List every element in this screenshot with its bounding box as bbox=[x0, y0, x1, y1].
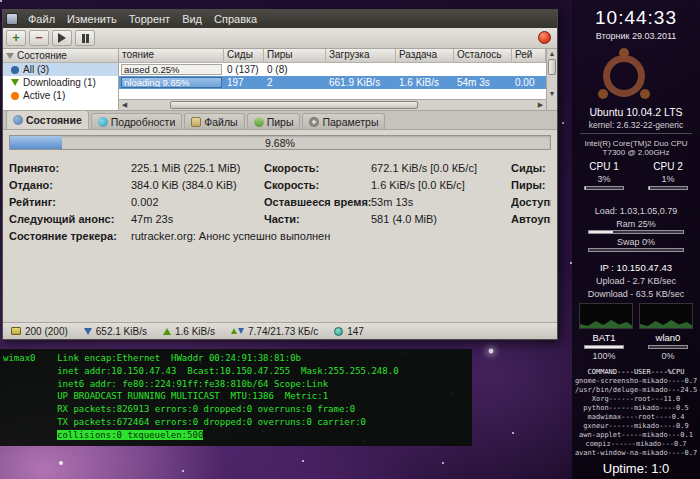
pause-icon bbox=[82, 34, 89, 43]
scroll-up-icon[interactable]: ▲ bbox=[547, 49, 557, 59]
list-area: Состояние All (3) Downloading (1) Active… bbox=[3, 49, 557, 111]
tab-label: Параметры bbox=[322, 116, 378, 128]
upload-speed-value: 1.6 KiB/s bbox=[175, 326, 215, 337]
pieces-label: Части: bbox=[264, 213, 371, 225]
availability-label: Доступно bbox=[511, 196, 551, 208]
process-row: Xorg------root---11.0 bbox=[572, 395, 700, 404]
cpu1-bar bbox=[584, 186, 624, 190]
pie-chart-icon bbox=[13, 115, 23, 125]
terminal-line: collisions:0 txqueuelen:500 bbox=[3, 429, 472, 442]
eta-value: 53m 13s bbox=[371, 196, 511, 208]
column-header-eta[interactable]: Осталось bbox=[454, 49, 512, 63]
os-version: Ubuntu 10.04.2 LTS bbox=[572, 106, 700, 118]
resume-button[interactable] bbox=[52, 30, 72, 46]
add-torrent-button[interactable]: + bbox=[6, 30, 26, 46]
tab-options[interactable]: Параметры bbox=[302, 113, 385, 129]
column-header-ratio[interactable]: Рей bbox=[512, 49, 546, 63]
terminal-selected-text: collisions:0 txqueuelen:500 bbox=[57, 430, 203, 440]
ratio-value: 0.002 bbox=[131, 196, 264, 208]
terminal-line: inet6 addr: fe80::224:91ff:fe38:810b/64 … bbox=[3, 378, 472, 391]
filter-sidebar: Состояние All (3) Downloading (1) Active… bbox=[3, 49, 119, 110]
torrent-progress-bar: 9.68% bbox=[9, 135, 551, 150]
upload-rate: Upload - 2.7 KB/sec bbox=[572, 276, 700, 286]
terminal-line: RX packets:826913 errors:0 dropped:0 ove… bbox=[3, 403, 472, 416]
state-progress-cell: nloading 9.65% bbox=[121, 77, 222, 88]
tab-files[interactable]: Файлы bbox=[184, 113, 244, 129]
status-row: Состояние трекера: rutracker.org: Анонс … bbox=[9, 227, 551, 244]
process-list-header: COMMAND----USER----%CPU bbox=[572, 368, 700, 376]
tab-label: Подробности bbox=[111, 116, 176, 128]
load-average: Load: 1.03,1.05,0.79 bbox=[572, 206, 700, 216]
vertical-scrollbar[interactable]: ▲ ▼ bbox=[546, 49, 557, 99]
all-filter-icon bbox=[11, 66, 19, 74]
upload-cell: 1.6 KiB/s bbox=[396, 77, 454, 88]
tab-peers[interactable]: Пиры bbox=[247, 113, 301, 129]
process-row: python------mikado----0.5 bbox=[572, 404, 700, 413]
menu-help[interactable]: Справка bbox=[208, 12, 263, 26]
star-field bbox=[0, 0, 2, 2]
torrent-table: тояние Сиды Пиры Загрузка Раздача Остало… bbox=[119, 49, 557, 110]
eta-label: Оставшееся время: bbox=[264, 196, 371, 208]
tab-status[interactable]: Состояние bbox=[6, 110, 89, 129]
column-header-seeds[interactable]: Сиды bbox=[224, 49, 264, 63]
seeds-cell: 197 bbox=[224, 77, 264, 88]
scrollbar-corner bbox=[546, 99, 557, 110]
column-header-state[interactable]: тояние bbox=[119, 49, 224, 63]
sidebar-item-active[interactable]: Active (1) bbox=[3, 89, 118, 102]
cpu-model: T7300 @ 2.00GHz bbox=[572, 148, 700, 157]
cpu-model: Intel(R) Core(TM)2 Duo CPU bbox=[572, 139, 700, 148]
scroll-right-icon[interactable]: ▶ bbox=[535, 101, 546, 109]
upload-arrow-icon bbox=[163, 328, 171, 335]
tab-label: Состояние bbox=[26, 114, 82, 126]
sidebar-header-label: Состояние bbox=[17, 50, 67, 61]
ram-usage: Ram 25% bbox=[572, 219, 700, 229]
filter-icon bbox=[6, 53, 14, 59]
menu-edit[interactable]: Изменить bbox=[61, 12, 123, 26]
tab-details[interactable]: Подробности bbox=[91, 113, 183, 129]
sidebar-item-label: Active (1) bbox=[23, 90, 65, 101]
menu-view[interactable]: Вид bbox=[176, 12, 208, 26]
column-header-peers[interactable]: Пиры bbox=[264, 49, 326, 63]
statusbar-traffic[interactable]: 7.74/21.73 КБ/с bbox=[231, 326, 318, 337]
scroll-down-icon[interactable]: ▼ bbox=[547, 89, 557, 99]
vertical-scrollbar-thumb[interactable] bbox=[548, 59, 556, 75]
wlan-percent: 0% bbox=[636, 351, 700, 361]
statusbar-connections[interactable]: 200 (200) bbox=[11, 326, 68, 337]
torrent-row-selected[interactable]: nloading 9.65% 197 2 661.9 KiB/s 1.6 KiB… bbox=[119, 76, 546, 89]
statusbar-upload-speed[interactable]: 1.6 KiB/s bbox=[163, 326, 215, 337]
process-list: gnome-screensho-mikado----0.7 /usr/bin/d… bbox=[572, 377, 700, 458]
active-filter-icon bbox=[11, 92, 19, 100]
sidebar-header: Состояние bbox=[3, 49, 118, 63]
statusbar-download-speed[interactable]: 652.1 KiB/s bbox=[84, 326, 147, 337]
remove-torrent-button[interactable]: − bbox=[29, 30, 49, 46]
horizontal-scrollbar-thumb[interactable] bbox=[170, 101, 418, 109]
status-row: Следующий анонс: 47m 23s Части: 581 (4.0… bbox=[9, 210, 551, 227]
horizontal-scrollbar[interactable]: ◀ ▶ bbox=[119, 99, 546, 110]
progress-percent-label: 9.68% bbox=[10, 136, 550, 149]
menu-file[interactable]: Файл bbox=[22, 12, 61, 26]
column-header-upload[interactable]: Раздача bbox=[396, 49, 454, 63]
status-row: Принято: 225.1 MiB (225.1 MiB) Скорость:… bbox=[9, 159, 551, 176]
cpu2-percent: 1% bbox=[636, 174, 700, 184]
upload-graph bbox=[639, 303, 693, 329]
terminal-window[interactable]: wimax0 Link encap:Ethernet HWaddr 00:24:… bbox=[0, 349, 472, 446]
sidebar-item-all[interactable]: All (3) bbox=[3, 63, 118, 76]
menu-torrent[interactable]: Торрент bbox=[123, 12, 176, 26]
connection-indicator-button[interactable] bbox=[538, 31, 551, 44]
wlan-bar bbox=[648, 345, 688, 349]
terminal-line: UP BROADCAST RUNNING MULTICAST MTU:1386 … bbox=[3, 390, 472, 403]
battery-label: BAT1 bbox=[572, 332, 636, 343]
torrent-row[interactable]: aused 0.25% 0 (137) 0 (8) bbox=[119, 63, 546, 76]
next-announce-label: Следующий анонс: bbox=[9, 213, 131, 225]
swap-bar bbox=[572, 248, 700, 252]
statusbar-dht[interactable]: 147 bbox=[334, 326, 364, 337]
tracker-status-value: rutracker.org: Анонс успешно выполнен bbox=[131, 230, 551, 242]
eta-cell: 54m 3s bbox=[454, 77, 512, 88]
sidebar-item-downloading[interactable]: Downloading (1) bbox=[3, 76, 118, 89]
sidebar-item-label: All (3) bbox=[23, 64, 49, 75]
uploaded-label: Отдано: bbox=[9, 179, 131, 191]
pause-button[interactable] bbox=[75, 30, 95, 46]
process-row: gnome-screensho-mikado----0.7 bbox=[572, 377, 700, 386]
column-header-download[interactable]: Загрузка bbox=[326, 49, 396, 63]
scroll-left-icon[interactable]: ◀ bbox=[119, 101, 130, 109]
